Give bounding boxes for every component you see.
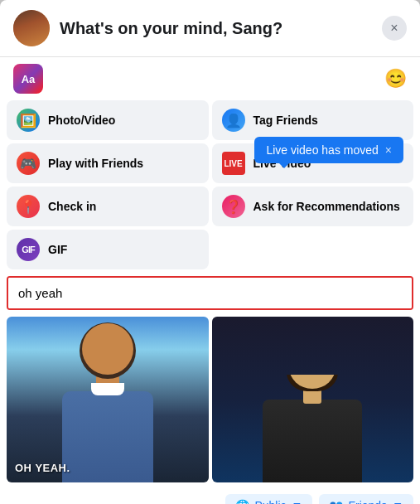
public-label: Public [254, 499, 286, 504]
friends-dropdown[interactable]: 👥 Friends ▼ [319, 494, 413, 504]
public-dropdown[interactable]: 🌐 Public ▼ [225, 494, 312, 504]
search-input-wrapper [7, 276, 413, 310]
gif-results: OH YEAH. [0, 317, 420, 489]
check-in-icon: 📍 [17, 195, 40, 218]
ask-icon: ❓ [222, 195, 245, 218]
friends-label: Friends [348, 499, 387, 504]
gif-icon: GIF [17, 238, 40, 261]
avatar [13, 10, 50, 46]
option-gif[interactable]: GIF GIF [7, 230, 209, 269]
option-ask-label: Ask for Recommendations [253, 200, 400, 213]
footer-actions: 🌐 Public ▼ 👥 Friends ▼ [0, 489, 420, 504]
options-grid: 🖼️ Photo/Video 👤 Tag Friends 🎮 Play with… [0, 100, 420, 269]
option-check-in-label: Check in [48, 200, 96, 213]
friends-icon: 👥 [329, 499, 343, 504]
option-tag-friends-label: Tag Friends [253, 114, 318, 127]
option-check-in[interactable]: 📍 Check in [7, 187, 209, 226]
text-format-icon[interactable]: Aa [13, 64, 43, 94]
live-video-cell: Live video has moved × LIVE Live Video [212, 143, 414, 183]
close-button[interactable]: × [382, 16, 407, 41]
play-friends-icon: 🎮 [17, 152, 40, 175]
modal-toolbar: Aa 😊 [0, 57, 420, 100]
emoji-icon[interactable]: 😊 [384, 68, 407, 90]
tooltip-close-button[interactable]: × [385, 143, 392, 157]
option-gif-label: GIF [48, 243, 67, 256]
tooltip-text: Live video has moved [266, 143, 378, 157]
option-photo-video[interactable]: 🖼️ Photo/Video [7, 100, 209, 140]
option-play-friends[interactable]: 🎮 Play with Friends [7, 143, 209, 183]
option-play-friends-label: Play with Friends [48, 157, 143, 170]
option-ask-recommendations[interactable]: ❓ Ask for Recommendations [212, 187, 414, 226]
header-title: What's on your mind, Sang? [60, 19, 282, 38]
gif-result-1[interactable]: OH YEAH. [7, 317, 209, 482]
option-photo-video-label: Photo/Video [48, 114, 115, 127]
create-post-modal: What's on your mind, Sang? × Aa 😊 🖼️ Pho… [0, 0, 420, 504]
live-video-icon: LIVE [222, 152, 245, 175]
photo-video-icon: 🖼️ [17, 109, 40, 132]
tag-friends-icon: 👤 [222, 109, 245, 132]
chevron-down-icon: ▼ [292, 499, 303, 504]
search-section [0, 276, 420, 317]
option-tag-friends[interactable]: 👤 Tag Friends [212, 100, 414, 140]
gif-search-input[interactable] [8, 278, 412, 308]
chevron-down-icon-2: ▼ [392, 499, 403, 504]
gif-result-2[interactable] [212, 317, 414, 482]
tooltip-bubble: Live video has moved × [254, 137, 403, 163]
modal-header: What's on your mind, Sang? × [0, 0, 420, 57]
globe-icon: 🌐 [235, 499, 249, 504]
gif-caption: OH YEAH. [15, 462, 70, 474]
